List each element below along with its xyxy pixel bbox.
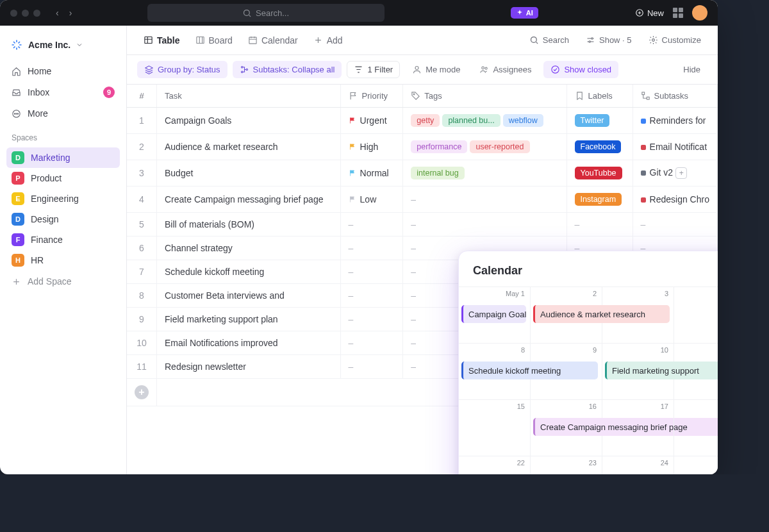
hide-chip[interactable]: Hide [676,61,707,78]
tab-add[interactable]: Add [307,31,349,49]
subtasks-chip[interactable]: Subtasks: Collapse all [233,61,342,78]
back-button[interactable]: ‹ [52,6,63,19]
table-row[interactable]: 4 Create Campaign messaging brief page L… [127,187,718,213]
priority-cell[interactable]: – [340,355,403,379]
space-item-design[interactable]: DDesign [6,209,120,229]
calendar-cell[interactable]: 24 [602,456,674,474]
new-button[interactable]: New [635,8,664,18]
task-name[interactable]: Audience & market research [157,134,341,160]
calendar-cell[interactable]: 9 [531,343,602,399]
col-task[interactable]: Task [157,85,341,108]
task-name[interactable]: Redesign newsletter [157,355,341,379]
labels-cell[interactable]: Twitter [566,108,633,134]
tab-board[interactable]: Board [189,31,239,49]
labels-cell[interactable]: Facebook [566,134,633,160]
task-name[interactable]: Email Notifications improved [157,331,341,355]
calendar-cell[interactable]: 18 [674,399,718,456]
col-tags[interactable]: Tags [403,85,566,108]
filter-chip[interactable]: 1 Filter [347,61,400,78]
label-pill[interactable]: YouTubbe [575,167,622,179]
priority-cell[interactable]: – [340,331,403,355]
show-button[interactable]: Show · 5 [579,31,638,49]
label-pill[interactable]: Twitter [575,114,610,127]
add-subtask-button[interactable]: + [675,167,687,179]
tab-table[interactable]: Table [137,31,186,49]
add-row-button[interactable]: + [135,385,149,399]
priority-cell[interactable]: Urgent [340,108,403,134]
group-by-chip[interactable]: Group by: Status [137,61,227,78]
task-name[interactable]: Budget [157,160,341,187]
col-num[interactable]: # [127,85,157,108]
add-space-button[interactable]: Add Space [6,272,120,291]
calendar-cell[interactable]: 4 [674,287,718,343]
user-avatar[interactable] [692,5,707,21]
subtasks-cell[interactable]: Redesign Chro [633,187,717,213]
space-item-engineering[interactable]: EEngineering [6,188,120,209]
nav-inbox[interactable]: Inbox 9 [6,82,120,103]
tag-pill[interactable]: internal bug [411,167,464,179]
tags-cell[interactable]: gettyplanned bu...webflow [403,108,566,134]
forward-button[interactable]: › [65,6,76,19]
col-priority[interactable]: Priority [340,85,403,108]
calendar-event[interactable]: Campaign Goals [461,305,526,323]
calendar-cell[interactable]: 10Field marketing support [602,343,674,399]
priority-cell[interactable]: – [340,237,403,260]
space-item-finance[interactable]: FFinance [6,229,120,250]
space-item-hr[interactable]: HHR [6,250,120,270]
subtasks-cell[interactable]: Git v2+ [633,160,717,187]
task-name[interactable]: Create Campaign messaging brief page [157,187,341,213]
tag-pill[interactable]: user-reported [470,140,529,153]
table-row[interactable]: 2 Audience & market research High perfor… [127,134,718,160]
calendar-cell[interactable]: 8Schedule kickoff meeting [459,343,531,399]
priority-cell[interactable]: – [340,260,403,284]
tags-cell[interactable]: internal bug [403,160,566,187]
show-closed-chip[interactable]: Show closed [543,61,618,78]
assignees-chip[interactable]: Assignees [472,61,538,78]
priority-cell[interactable]: Normal [340,160,403,187]
priority-cell[interactable]: – [340,308,403,331]
nav-more[interactable]: More [6,104,120,123]
space-item-product[interactable]: PProduct [6,168,120,188]
subtasks-cell[interactable]: Email Notificat [633,134,717,160]
table-row[interactable]: 1 Campaign Goals Urgent gettyplanned bu.… [127,108,718,134]
nav-home[interactable]: Home [6,62,120,81]
table-row[interactable]: 5 Bill of materials (BOM) – – – – [127,213,718,237]
priority-cell[interactable]: High [340,134,403,160]
task-name[interactable]: Channel strategy [157,237,341,260]
ai-badge[interactable]: AI [511,7,538,19]
tags-cell[interactable]: performanceuser-reported [403,134,566,160]
tags-cell[interactable]: – [403,213,566,237]
tab-calendar[interactable]: Calendar [242,31,304,49]
me-mode-chip[interactable]: Me mode [405,61,467,78]
calendar-cell[interactable]: 17 [602,399,674,456]
tag-pill[interactable]: webflow [503,114,543,127]
task-name[interactable]: Schedule kickoff meeting [157,260,341,284]
window-controls[interactable] [10,10,40,17]
tag-pill[interactable]: planned bu... [442,114,500,127]
priority-cell[interactable]: Low [340,187,403,213]
labels-cell[interactable]: YouTubbe [566,160,633,187]
calendar-cell[interactable]: 16Create Campaign messaging brief page [531,399,602,456]
space-item-marketing[interactable]: DMarketing [6,147,120,168]
tags-cell[interactable]: – [403,187,566,213]
calendar-cell[interactable]: 15 [459,399,531,456]
task-name[interactable]: Bill of materials (BOM) [157,213,341,237]
col-labels[interactable]: Labels [566,85,633,108]
task-name[interactable]: Campaign Goals [157,108,341,134]
calendar-cell[interactable]: May 1Campaign Goals [459,287,531,343]
subtasks-cell[interactable]: Reminders for [633,108,717,134]
task-name[interactable]: Field marketing support plan [157,308,341,331]
labels-cell[interactable]: – [566,213,633,237]
calendar-cell[interactable]: 23 [531,456,602,474]
customize-button[interactable]: Customize [642,31,707,49]
task-name[interactable]: Customer Beta interviews and [157,284,341,308]
label-pill[interactable]: Instagram [575,193,622,206]
label-pill[interactable]: Facebook [575,140,622,153]
calendar-cell[interactable]: 3 [602,287,674,343]
calendar-cell[interactable]: 11 [674,343,718,399]
calendar-cell[interactable]: 2Audience & market research [531,287,602,343]
org-switcher[interactable]: Acme Inc. [6,35,120,60]
tag-pill[interactable]: performance [411,140,467,153]
table-row[interactable]: 3 Budget Normal internal bug YouTubbe Gi… [127,160,718,187]
priority-cell[interactable]: – [340,284,403,308]
